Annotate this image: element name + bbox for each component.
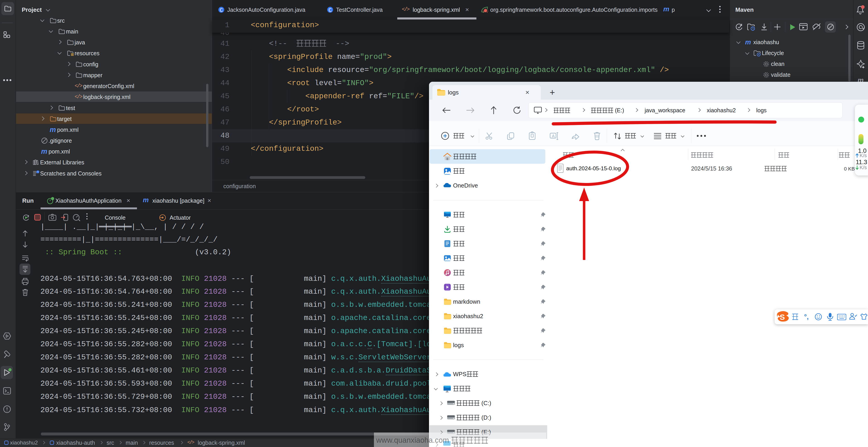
svg-text:S: S xyxy=(780,313,785,321)
svg-text:A: A xyxy=(552,134,555,138)
svg-text:C: C xyxy=(220,7,223,13)
svg-text:C: C xyxy=(329,7,332,13)
